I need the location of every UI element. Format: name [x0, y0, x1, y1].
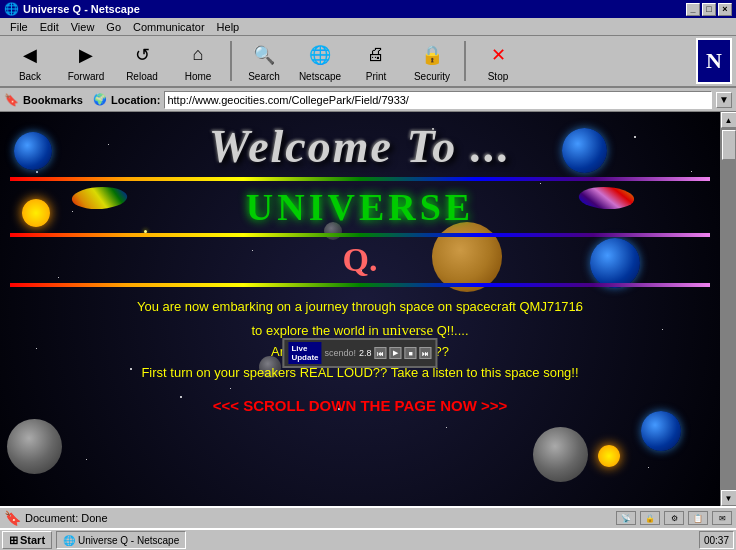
scroll-up-button[interactable]: ▲: [721, 112, 737, 128]
location-icon: 🌍: [93, 93, 107, 106]
menu-communicator[interactable]: Communicator: [127, 20, 211, 34]
menu-go[interactable]: Go: [100, 20, 127, 34]
status-ind-5: ✉: [712, 511, 732, 525]
rainbow-bar-top: [10, 177, 710, 181]
forward-icon: ▶: [72, 41, 100, 69]
app-icon: 🌐: [4, 2, 19, 16]
toolbar-separator: [230, 41, 232, 81]
network-indicator: 📡: [616, 511, 636, 525]
status-bar: 🔖 Document: Done 📡 🔒 ⚙ 📋 ✉: [0, 506, 736, 528]
scrollbar[interactable]: ▲ ▼: [720, 112, 736, 506]
status-icon: 🔖: [4, 510, 21, 526]
security-indicator: 🔒: [640, 511, 660, 525]
media-track: scendo!: [325, 348, 357, 358]
status-ind-3: ⚙: [664, 511, 684, 525]
taskbar-netscape-app[interactable]: 🌐 Universe Q - Netscape: [56, 531, 186, 549]
status-text: Document: Done: [25, 512, 108, 524]
welcome-title: Welcome To ...: [0, 112, 720, 173]
scroll-down-button[interactable]: ▼: [721, 490, 737, 506]
taskbar-clock: 00:37: [699, 531, 734, 549]
location-go-button[interactable]: ▼: [716, 92, 732, 108]
media-stop-button[interactable]: ■: [405, 347, 417, 359]
page-content: Welcome To ... UNIVERSE Q. You are now e…: [0, 112, 720, 418]
maximize-button[interactable]: □: [702, 3, 716, 16]
taskbar-app-icon: 🌐: [63, 535, 75, 546]
menu-bar: File Edit View Go Communicator Help: [0, 18, 736, 36]
planet-gray-bottomright: [533, 427, 588, 482]
menu-file[interactable]: File: [4, 20, 34, 34]
media-play-button[interactable]: ▶: [390, 347, 402, 359]
stop-button[interactable]: ✕ Stop: [472, 38, 524, 84]
toolbar: ◀ Back ▶ Forward ↺ Reload ⌂ Home 🔍 Searc…: [0, 36, 736, 88]
location-bar: 🔖 Bookmarks 🌍 Location: ▼: [0, 88, 736, 112]
menu-view[interactable]: View: [65, 20, 101, 34]
scroll-thumb[interactable]: [722, 130, 736, 160]
desc-line-1: You are now embarking on a journey throu…: [137, 299, 583, 314]
location-input[interactable]: [164, 91, 712, 109]
content-area: Welcome To ... UNIVERSE Q. You are now e…: [0, 112, 736, 506]
bookmark-icon: 🔖: [4, 93, 19, 107]
netscape-button[interactable]: 🌐 Netscape: [294, 38, 346, 84]
location-label: Location:: [111, 94, 161, 106]
print-icon: 🖨: [362, 41, 390, 69]
desc-line-2: to explore the world in universe Q!!....: [251, 323, 468, 338]
rainbow-bar-bottom: [10, 283, 710, 287]
back-icon: ◀: [16, 41, 44, 69]
reload-icon: ↺: [128, 41, 156, 69]
menu-edit[interactable]: Edit: [34, 20, 65, 34]
q-label: Q.: [0, 241, 720, 279]
start-label: Start: [20, 534, 45, 546]
reload-button[interactable]: ↺ Reload: [116, 38, 168, 84]
media-next-button[interactable]: ⏭: [420, 347, 432, 359]
taskbar: ⊞ Start 🌐 Universe Q - Netscape 00:37: [0, 528, 736, 550]
netscape-icon: 🌐: [306, 41, 334, 69]
close-button[interactable]: ×: [718, 3, 732, 16]
search-icon: 🔍: [250, 41, 278, 69]
bookmarks-label: Bookmarks: [23, 94, 83, 106]
taskbar-app-label: Universe Q - Netscape: [78, 535, 179, 546]
sun-bottom: [598, 445, 620, 467]
scroll-text: <<< SCROLL DOWN THE PAGE NOW >>>: [0, 393, 720, 418]
title-bar: 🌐 Universe Q - Netscape _ □ ×: [0, 0, 736, 18]
home-icon: ⌂: [184, 41, 212, 69]
status-ind-4: 📋: [688, 511, 708, 525]
media-version: 2.8: [359, 348, 372, 358]
window-controls: _ □ ×: [686, 3, 732, 16]
print-button[interactable]: 🖨 Print: [350, 38, 402, 84]
security-button[interactable]: 🔒 Security: [406, 38, 458, 84]
security-icon: 🔒: [418, 41, 446, 69]
forward-button[interactable]: ▶ Forward: [60, 38, 112, 84]
start-windows-icon: ⊞: [9, 534, 18, 547]
webpage: Welcome To ... UNIVERSE Q. You are now e…: [0, 112, 720, 506]
status-right-panel: 📡 🔒 ⚙ 📋 ✉: [616, 511, 732, 525]
search-button[interactable]: 🔍 Search: [238, 38, 290, 84]
netscape-logo: N: [696, 38, 732, 84]
menu-help[interactable]: Help: [211, 20, 246, 34]
window-title: Universe Q - Netscape: [23, 3, 140, 15]
media-player-label: LiveUpdate: [288, 342, 321, 364]
scroll-track[interactable]: [721, 128, 737, 490]
toolbar-separator-2: [464, 41, 466, 81]
start-button[interactable]: ⊞ Start: [2, 531, 52, 549]
stop-icon: ✕: [484, 41, 512, 69]
time-display: 00:37: [704, 535, 729, 546]
universe-section: UNIVERSE: [0, 185, 720, 229]
media-prev-button[interactable]: ⏮: [375, 347, 387, 359]
rainbow-bar-middle: [10, 233, 710, 237]
back-button[interactable]: ◀ Back: [4, 38, 56, 84]
minimize-button[interactable]: _: [686, 3, 700, 16]
media-player: LiveUpdate scendo! 2.8 ⏮ ▶ ■ ⏭: [282, 338, 437, 368]
home-button[interactable]: ⌂ Home: [172, 38, 224, 84]
